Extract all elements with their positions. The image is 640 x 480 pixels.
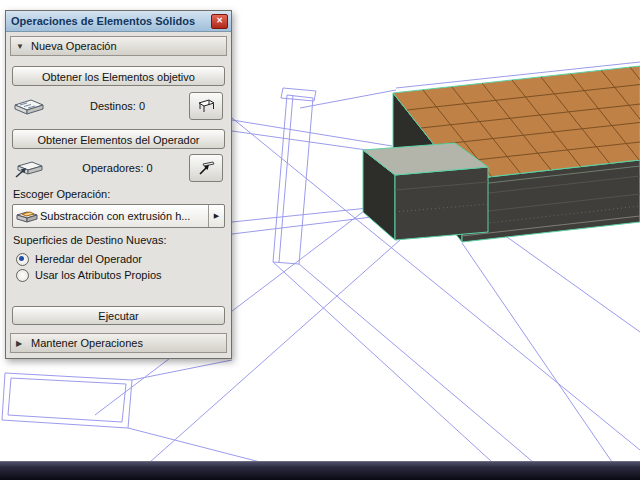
solid-slab-model[interactable] <box>363 66 640 242</box>
get-target-elements-button[interactable]: Obtener los Elementos objetivo <box>12 66 225 86</box>
dialog-titlebar[interactable]: Operaciones de Elementos Sólidos ✕ <box>6 11 231 32</box>
radio-use-own-attributes[interactable]: Usar los Atributos Propios <box>16 268 221 282</box>
collapse-triangle-down-icon: ▼ <box>16 42 25 51</box>
close-button[interactable]: ✕ <box>211 14 228 29</box>
execute-button[interactable]: Ejecutar <box>12 306 225 325</box>
bottom-bar <box>0 461 640 480</box>
section-keep-operations-label: Mantener Operaciones <box>31 337 143 349</box>
target-elements-icon <box>14 96 46 116</box>
operator-elements-icon <box>14 158 46 178</box>
dropdown-menu-arrow-icon[interactable]: ▶ <box>208 205 224 227</box>
collapse-triangle-right-icon: ▶ <box>16 339 25 348</box>
operation-dropdown[interactable]: Substracción con extrusión h... ▶ <box>12 204 225 228</box>
targets-count: Destinos: 0 <box>46 100 189 112</box>
radio-button-icon[interactable] <box>16 253 29 266</box>
targets-row: Destinos: 0 <box>14 92 223 119</box>
operators-row: Operadores: 0 <box>14 154 223 182</box>
arrow-pick-icon <box>198 161 215 175</box>
pick-target-button[interactable] <box>189 92 223 120</box>
dialog-bottom-padding <box>6 353 231 358</box>
new-target-surfaces-label: Superficies de Destino Nuevas: <box>13 234 224 247</box>
radio-inherit-operator[interactable]: Heredar del Operador <box>16 252 221 266</box>
app-window: Operaciones de Elementos Sólidos ✕ ▼ Nue… <box>0 0 640 480</box>
solid-operations-dialog: Operaciones de Elementos Sólidos ✕ ▼ Nue… <box>5 10 232 359</box>
step-front-face <box>395 167 488 240</box>
section-keep-operations[interactable]: ▶ Mantener Operaciones <box>10 333 227 353</box>
get-operator-elements-button[interactable]: Obtener Elementos del Operador <box>12 129 225 149</box>
section-new-operation[interactable]: ▼ Nueva Operación <box>10 36 227 56</box>
radio-button-icon[interactable] <box>16 269 29 282</box>
subtraction-operation-icon <box>13 208 40 224</box>
choose-operation-label: Escoger Operación: <box>13 188 224 201</box>
operators-count: Operadores: 0 <box>46 162 189 174</box>
dialog-title: Operaciones de Elementos Sólidos <box>11 15 211 27</box>
operation-dropdown-value: Substracción con extrusión h... <box>40 210 208 222</box>
section-new-operation-label: Nueva Operación <box>31 40 117 52</box>
table-pick-icon <box>198 99 215 113</box>
radio-use-own-attributes-label: Usar los Atributos Propios <box>35 269 162 281</box>
radio-inherit-operator-label: Heredar del Operador <box>35 253 142 265</box>
pick-operator-button[interactable] <box>189 154 223 182</box>
